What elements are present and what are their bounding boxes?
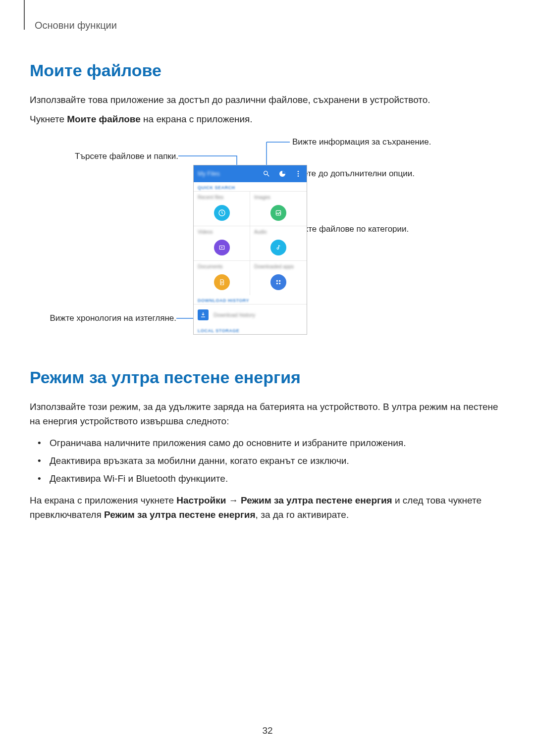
- video-icon: [214, 240, 230, 255]
- search-icon[interactable]: [262, 169, 271, 178]
- app-title: My Files: [198, 170, 255, 177]
- p2-post: на екрана с приложения.: [141, 114, 253, 124]
- category-downloaded-apps[interactable]: Downloaded apps: [250, 260, 307, 295]
- category-audio[interactable]: Audio: [250, 226, 307, 260]
- section-my-files-title: Моите файлове: [30, 61, 505, 80]
- download-history-text: Download history: [214, 312, 255, 318]
- section2-bullets: Ограничава наличните приложения само до …: [30, 434, 505, 488]
- download-history-label: DOWNLOAD HISTORY: [194, 295, 307, 304]
- svg-point-2: [298, 173, 299, 175]
- callout-options: Идете до допълнителни опции.: [292, 169, 415, 179]
- svg-point-3: [298, 175, 299, 177]
- local-storage-label: LOCAL STORAGE: [194, 325, 307, 334]
- bold-term: Режим за ултра пестене енергия: [104, 509, 256, 520]
- audio-icon: [270, 240, 286, 255]
- callout-categories: Вижте файлове по категории.: [292, 224, 409, 234]
- bold-term: Настройки: [176, 495, 226, 505]
- download-history-row[interactable]: Download history: [194, 304, 307, 325]
- text-run: , за да го активирате.: [256, 509, 349, 520]
- category-images[interactable]: Images: [250, 191, 307, 226]
- text-run: →: [226, 495, 241, 505]
- svg-rect-7: [276, 280, 278, 282]
- document-icon: [214, 274, 230, 290]
- annotated-figure: Търсете файлове и папки. Вижте информаци…: [30, 135, 505, 348]
- bullet-item: Ограничава наличните приложения само до …: [50, 434, 505, 452]
- phone-screenshot: My Files QUICK SEARCH Recent files: [193, 165, 307, 335]
- bullet-item: Деактивира връзката за мобилни данни, ко…: [50, 452, 505, 470]
- p2-pre: Чукнете: [30, 114, 67, 124]
- p2-bold: Моите файлове: [67, 114, 141, 124]
- category-recent[interactable]: Recent files: [194, 191, 250, 226]
- bullet-item: Деактивира Wi-Fi и Bluetooth функциите.: [50, 470, 505, 488]
- callout-search: Търсете файлове и папки.: [45, 151, 178, 161]
- breadcrumb: Основни функции: [35, 20, 505, 31]
- quick-search-label: QUICK SEARCH: [194, 182, 307, 191]
- more-options-icon[interactable]: [294, 169, 303, 178]
- storage-icon[interactable]: [278, 169, 287, 178]
- svg-rect-9: [276, 283, 278, 284]
- section1-paragraph1: Използвайте това приложение за достъп до…: [30, 93, 505, 107]
- svg-point-1: [298, 171, 299, 172]
- apps-icon: [270, 274, 286, 290]
- section1-paragraph2: Чукнете Моите файлове на екрана с прилож…: [30, 112, 505, 127]
- section2-paragraph2: На екрана с приложения чукнете Настройки…: [30, 494, 505, 522]
- clock-icon: [214, 205, 230, 221]
- download-icon: [198, 309, 209, 320]
- section2-paragraph1: Използвайте този режим, за да удължите з…: [30, 400, 505, 428]
- app-header: My Files: [194, 165, 307, 182]
- bold-term: Режим за ултра пестене енергия: [241, 495, 392, 505]
- category-videos[interactable]: Videos: [194, 226, 250, 260]
- callout-download-history: Вижте хронология на изтегляне.: [40, 313, 176, 323]
- page-number: 32: [0, 725, 535, 736]
- page-content: Основни функции Моите файлове Използвайт…: [0, 0, 535, 522]
- svg-rect-8: [279, 280, 280, 282]
- category-documents[interactable]: Documents: [194, 260, 250, 295]
- callout-storage: Вижте информация за съхранение.: [292, 137, 431, 147]
- section-ultra-power-title: Режим за ултра пестене енергия: [30, 368, 505, 387]
- svg-rect-10: [279, 283, 280, 284]
- category-grid: Recent files Images Videos: [194, 191, 307, 295]
- image-icon: [270, 205, 286, 221]
- text-run: На екрана с приложения чукнете: [30, 495, 176, 505]
